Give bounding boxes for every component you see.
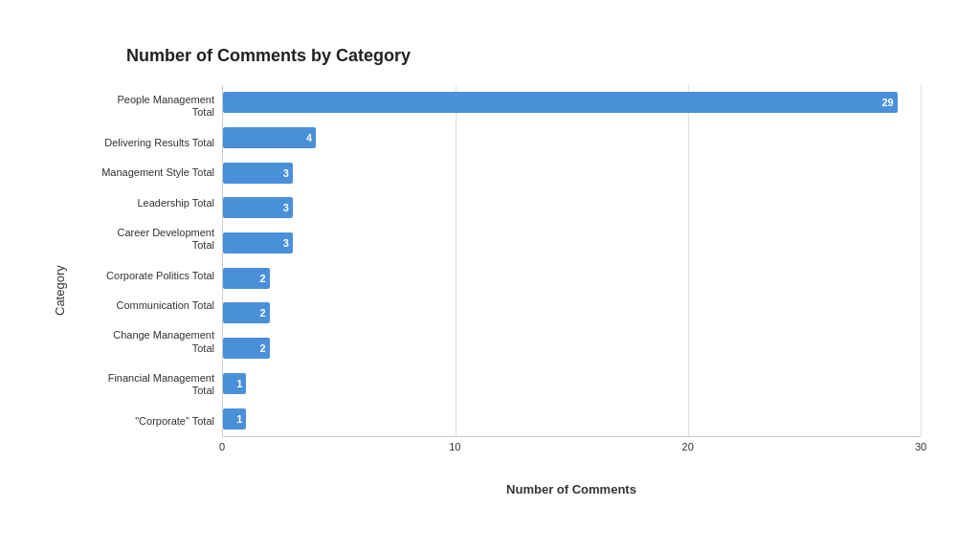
y-label: Corporate Politics Total <box>74 270 214 282</box>
grid-line <box>921 85 922 436</box>
chart-title: Number of Comments by Category <box>126 46 921 66</box>
bar-row: 3 <box>223 194 921 221</box>
bar-row: 1 <box>223 370 921 397</box>
bar: 2 <box>223 268 270 289</box>
bars-wrapper: 29433322211 <box>223 85 921 436</box>
bar: 1 <box>223 408 246 430</box>
x-tick: 20 <box>682 441 694 452</box>
bar: 2 <box>223 338 270 359</box>
bar-value-label: 1 <box>236 413 246 425</box>
bar-value-label: 2 <box>259 273 269 284</box>
bar-value-label: 3 <box>283 237 293 249</box>
bar: 3 <box>223 197 293 218</box>
bar: 29 <box>223 92 898 113</box>
y-label: Career DevelopmentTotal <box>74 227 214 252</box>
bar-row: 2 <box>223 299 921 326</box>
bar-row: 29 <box>223 89 921 116</box>
bar-value-label: 3 <box>283 167 293 179</box>
bars-plot: 29433322211 <box>222 85 921 436</box>
y-label: Change ManagementTotal <box>74 329 214 354</box>
bar: 3 <box>223 232 293 253</box>
y-label: Management Style Total <box>74 166 214 179</box>
x-axis: 0102030 <box>222 436 921 455</box>
y-label: People ManagementTotal <box>74 94 214 119</box>
bar-row: 3 <box>223 230 921 256</box>
y-label: Delivering Results Total <box>74 137 214 149</box>
bar: 1 <box>223 373 246 394</box>
bar-row: 1 <box>223 406 921 432</box>
y-axis-label: Category <box>50 85 69 496</box>
bar-value-label: 4 <box>306 132 316 143</box>
y-label: Communication Total <box>74 299 214 312</box>
chart-container: Number of Comments by Category Category … <box>31 17 949 534</box>
y-labels: People ManagementTotalDelivering Results… <box>74 85 222 436</box>
bar-value-label: 2 <box>259 342 269 354</box>
y-label: Leadership Total <box>74 197 214 209</box>
bar: 2 <box>223 302 270 323</box>
chart-area: Category People ManagementTotalDeliverin… <box>50 85 921 496</box>
bar-row: 4 <box>223 124 921 151</box>
bar: 4 <box>223 127 316 148</box>
x-tick: 0 <box>219 441 225 452</box>
chart-inner: People ManagementTotalDelivering Results… <box>74 85 921 496</box>
x-tick: 10 <box>449 441 460 452</box>
bar: 3 <box>223 163 293 184</box>
y-label: Financial ManagementTotal <box>74 372 214 397</box>
bars-section: People ManagementTotalDelivering Results… <box>74 85 921 436</box>
y-label: "Corporate" Total <box>74 415 214 428</box>
bar-value-label: 1 <box>236 378 246 389</box>
bar-value-label: 2 <box>259 307 269 319</box>
x-axis-label: Number of Comments <box>222 482 921 496</box>
bar-row: 2 <box>223 265 921 292</box>
x-tick: 30 <box>915 441 926 452</box>
bar-value-label: 3 <box>283 202 293 213</box>
bar-row: 3 <box>223 160 921 187</box>
bar-value-label: 29 <box>881 97 897 108</box>
bar-row: 2 <box>223 335 921 362</box>
